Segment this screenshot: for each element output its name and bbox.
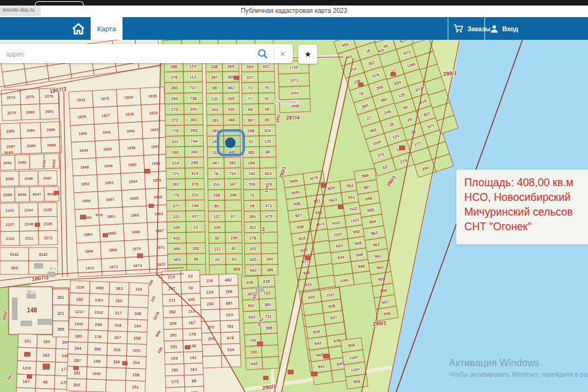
parcel-cell[interactable] bbox=[47, 62, 72, 81]
parcel-cell[interactable] bbox=[129, 295, 149, 307]
building-footprint bbox=[185, 345, 190, 349]
building-footprint bbox=[38, 319, 51, 325]
parcel-cell[interactable] bbox=[222, 355, 241, 368]
watermark-title: Активация Windows bbox=[449, 358, 588, 369]
building-footprint bbox=[27, 375, 32, 379]
parcel-number: 50 bbox=[188, 285, 193, 290]
parcel-number: 2084 bbox=[26, 128, 36, 133]
parcel-number: 385 bbox=[264, 303, 271, 307]
parcel-number: 71 bbox=[247, 86, 252, 90]
clear-search-icon[interactable]: × bbox=[280, 49, 285, 58]
parcel-number: 164 bbox=[134, 323, 141, 328]
parcel-number: 209 bbox=[170, 321, 177, 325]
building-footprint bbox=[321, 184, 326, 187]
parcel-number: 159 bbox=[132, 372, 140, 377]
parcel-cell[interactable] bbox=[2, 69, 27, 88]
parcel-cell[interactable] bbox=[203, 356, 222, 368]
parcel-number: 2095 bbox=[6, 176, 15, 181]
parcel-block: 1832187518341835183618371838183918401841… bbox=[69, 87, 174, 277]
parcel-cell[interactable] bbox=[16, 388, 36, 392]
parcel-number: 345 bbox=[134, 311, 141, 315]
parcel-number: 589 bbox=[247, 160, 255, 165]
parcel-number: 181 bbox=[74, 371, 81, 375]
parcel-number: 99 bbox=[212, 86, 217, 90]
search-input[interactable] bbox=[5, 50, 257, 58]
parcel-number: 121 bbox=[214, 246, 221, 251]
orders-label: Заказы bbox=[467, 25, 491, 32]
parcel-number: 355 bbox=[190, 107, 197, 111]
parcel-number: 284 bbox=[246, 64, 254, 69]
parcel-number: 737 bbox=[189, 85, 197, 89]
parcel-number: 1837 bbox=[101, 113, 110, 118]
parcel-cell[interactable] bbox=[261, 243, 277, 254]
quarter-label: 299/1 bbox=[372, 320, 386, 327]
parcel-number: 255 bbox=[213, 182, 220, 186]
parcel-number: 344 bbox=[74, 346, 81, 350]
home-button[interactable] bbox=[66, 17, 91, 40]
parcel-number: 213 bbox=[168, 274, 175, 279]
search-icon[interactable] bbox=[257, 48, 268, 59]
tab-map[interactable]: Карта bbox=[91, 17, 123, 40]
parcel-block: 151320290152162346121816617716748175382 bbox=[16, 334, 75, 392]
parcel-number: 1875 bbox=[100, 96, 110, 101]
parcel-number: 1873 bbox=[109, 265, 118, 270]
parcel-cell[interactable] bbox=[262, 345, 279, 357]
quarter-label: 8592 bbox=[42, 159, 46, 167]
building-footprint bbox=[338, 205, 343, 209]
parcel-number: 369 bbox=[227, 64, 235, 69]
parcel-number: 254 bbox=[172, 160, 179, 165]
parcel-number: 1862 bbox=[130, 213, 140, 217]
parcel-cell[interactable] bbox=[186, 232, 205, 243]
parcel-number: 388 bbox=[265, 326, 273, 331]
parcel-number: 368 bbox=[227, 75, 235, 79]
parcel-number: 464 bbox=[173, 246, 181, 251]
parcel-number: 1845 bbox=[103, 146, 112, 151]
selected-parcel-marker[interactable] bbox=[225, 138, 235, 148]
login-button[interactable]: Вход bbox=[490, 17, 518, 40]
parcel-cell[interactable] bbox=[106, 380, 126, 392]
parcel-cell[interactable] bbox=[258, 72, 274, 83]
parcel-number: 1844 bbox=[79, 148, 88, 153]
parcel-number: 155 bbox=[135, 287, 143, 291]
parcel-number: 2083 bbox=[6, 129, 15, 134]
parcel-number: 95 bbox=[214, 204, 219, 208]
parcel-number: 272 bbox=[171, 118, 178, 122]
parcel-number: 335 bbox=[228, 107, 235, 111]
parcel-cell[interactable] bbox=[35, 388, 55, 392]
user-icon bbox=[490, 24, 499, 33]
parcel-number: 331 bbox=[170, 344, 178, 349]
parcel-number: 2108 bbox=[24, 222, 34, 226]
building-footprint bbox=[305, 256, 310, 260]
parcel-number: 2073 bbox=[43, 236, 53, 240]
quarter-label: 2030 bbox=[4, 151, 13, 156]
parcel-number: 2074 bbox=[7, 95, 16, 100]
parcel-number: 141 bbox=[189, 355, 197, 360]
parcel-number: 199 bbox=[225, 289, 233, 293]
parcel-number: 397 bbox=[247, 118, 254, 122]
favorites-button[interactable]: ★ bbox=[298, 45, 317, 64]
info-region-line: НСО, Новосибирский bbox=[464, 190, 588, 205]
parcel-number: 300 bbox=[250, 350, 257, 355]
parcel-number: 1841 bbox=[102, 130, 111, 135]
building-footprint bbox=[263, 376, 268, 380]
parcel-number: 391 bbox=[228, 160, 236, 165]
parcel-cell[interactable] bbox=[225, 200, 241, 211]
parcel-block: 210321042105210721082109211021112073 bbox=[0, 202, 58, 246]
parcel-cell[interactable] bbox=[86, 379, 107, 392]
parcel-number: 427 bbox=[192, 214, 199, 218]
parcel-cell[interactable] bbox=[261, 333, 278, 345]
parcel-number: 775 bbox=[172, 172, 179, 176]
parcel-number: 2104 bbox=[24, 208, 34, 212]
parcel-number: 73 bbox=[249, 193, 254, 197]
parcel-block: 2135320750211105392112209167281179331136… bbox=[162, 270, 204, 392]
parcel-cell[interactable] bbox=[209, 265, 226, 276]
quarter-label: 299/1 bbox=[443, 70, 457, 77]
parcel-cell[interactable] bbox=[106, 368, 126, 380]
parcel-number: 180 bbox=[75, 334, 82, 338]
parcel-cell[interactable] bbox=[260, 189, 277, 200]
parcel-cell[interactable] bbox=[225, 222, 242, 233]
parcel-cell[interactable] bbox=[262, 356, 279, 369]
parcel-number: 237 bbox=[246, 75, 254, 80]
parcel-number: 1840 bbox=[78, 131, 88, 136]
parcel-cell[interactable] bbox=[260, 157, 276, 168]
